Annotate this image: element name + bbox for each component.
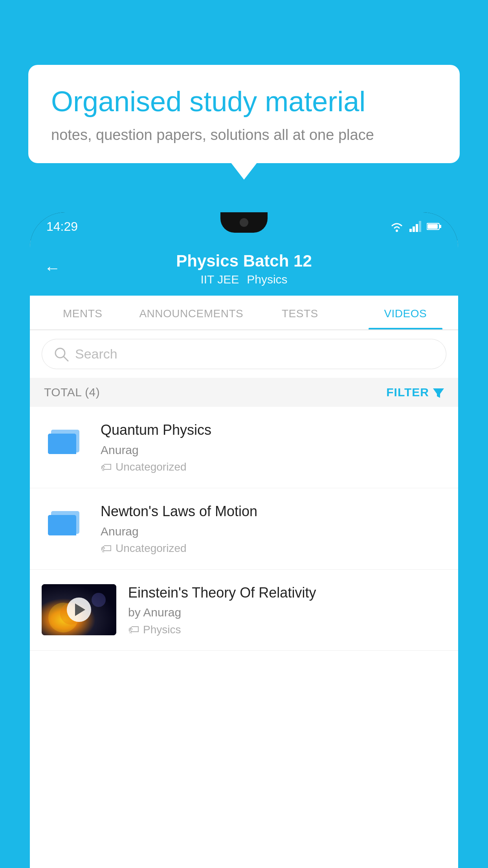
folder-icon-2 (44, 502, 86, 538)
svg-rect-4 (419, 221, 421, 232)
svg-rect-7 (427, 224, 438, 229)
folder-thumb-1 (42, 421, 89, 456)
video-tag-1: Uncategorized (116, 461, 187, 473)
video-tag-3: Physics (143, 623, 181, 636)
list-item[interactable]: Newton's Laws of Motion Anurag 🏷 Uncateg… (30, 488, 458, 570)
battery-icon (427, 223, 442, 230)
video-author-1: Anurag (101, 443, 446, 457)
svg-rect-1 (409, 229, 412, 232)
header-tag-physics: Physics (247, 273, 287, 286)
video-author-3: by Anurag (128, 606, 446, 619)
header-subtitle: IIT JEE Physics (200, 273, 287, 286)
list-item[interactable]: Einstein's Theory Of Relativity by Anura… (30, 570, 458, 651)
video-thumbnail-3 (42, 584, 116, 635)
video-item-info-3: Einstein's Theory Of Relativity by Anura… (128, 584, 446, 636)
svg-rect-6 (440, 225, 441, 228)
list-item[interactable]: Quantum Physics Anurag 🏷 Uncategorized (30, 407, 458, 488)
phone-screen: ← Physics Batch 12 IIT JEE Physics MENTS… (30, 241, 458, 868)
phone-frame: 14:29 (30, 212, 458, 868)
total-count: TOTAL (4) (44, 386, 100, 399)
back-button[interactable]: ← (44, 259, 61, 278)
svg-point-18 (92, 593, 106, 607)
app-header: ← Physics Batch 12 IIT JEE Physics (30, 241, 458, 296)
tag-icon-3: 🏷 (128, 623, 139, 636)
wifi-icon (390, 221, 404, 232)
folder-icon-1 (44, 421, 86, 456)
video-author-2: Anurag (101, 525, 446, 538)
filter-label: FILTER (386, 386, 429, 399)
header-title: Physics Batch 12 (176, 252, 312, 270)
svg-point-0 (396, 230, 398, 232)
tabs-bar: MENTS ANNOUNCEMENTS TESTS VIDEOS (30, 296, 458, 330)
status-time: 14:29 (46, 219, 78, 234)
tab-videos[interactable]: VIDEOS (353, 296, 458, 329)
search-bar-container: Search (30, 330, 458, 378)
tab-announcements[interactable]: ANNOUNCEMENTS (135, 296, 247, 329)
search-input-placeholder: Search (75, 346, 117, 362)
bubble-subtitle: notes, question papers, solutions all at… (51, 127, 437, 143)
video-item-info-2: Newton's Laws of Motion Anurag 🏷 Uncateg… (101, 502, 446, 555)
tab-ments[interactable]: MENTS (30, 296, 135, 329)
filter-icon (433, 387, 444, 398)
filter-button[interactable]: FILTER (386, 386, 444, 399)
play-triangle-icon (75, 603, 85, 616)
video-tag-row-1: 🏷 Uncategorized (101, 461, 446, 474)
video-tag-row-2: 🏷 Uncategorized (101, 542, 446, 555)
filter-bar: TOTAL (4) FILTER (30, 378, 458, 407)
video-title-2: Newton's Laws of Motion (101, 502, 446, 521)
status-icons (390, 221, 442, 232)
folder-thumb-2 (42, 502, 89, 538)
bubble-title: Organised study material (51, 85, 437, 118)
video-tag-row-3: 🏷 Physics (128, 623, 446, 636)
video-title-3: Einstein's Theory Of Relativity (128, 584, 446, 602)
notch (220, 212, 268, 233)
header-tag-iitjee: IIT JEE (200, 273, 239, 286)
search-bar[interactable]: Search (42, 339, 446, 369)
tag-icon-2: 🏷 (101, 542, 112, 555)
video-item-info-1: Quantum Physics Anurag 🏷 Uncategorized (101, 421, 446, 474)
search-icon (54, 347, 69, 362)
tag-icon-1: 🏷 (101, 461, 112, 474)
status-bar: 14:29 (30, 212, 458, 241)
signal-icon (409, 221, 421, 232)
svg-line-9 (64, 357, 68, 361)
svg-marker-10 (433, 388, 444, 398)
speech-bubble: Organised study material notes, question… (28, 65, 460, 163)
video-title-1: Quantum Physics (101, 421, 446, 440)
tab-tests[interactable]: TESTS (247, 296, 352, 329)
video-tag-2: Uncategorized (116, 542, 187, 555)
svg-rect-3 (416, 224, 418, 232)
svg-rect-2 (413, 226, 415, 232)
camera-dot (240, 218, 248, 227)
video-list: Quantum Physics Anurag 🏷 Uncategorized (30, 407, 458, 868)
